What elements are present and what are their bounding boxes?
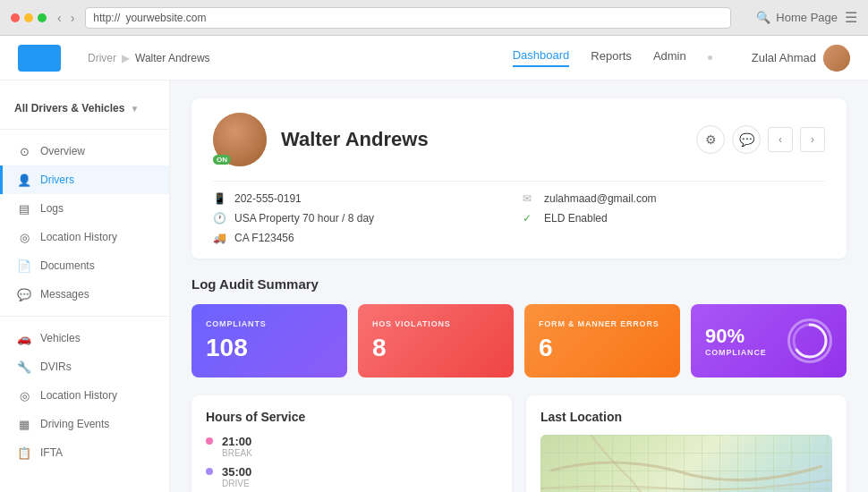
main-content: ON Walter Andrews ⚙ 💬 ‹ › 📱 202-555-0191… <box>170 81 868 492</box>
check-icon: ✓ <box>523 212 537 225</box>
tab-dashboard[interactable]: Dashboard <box>513 48 570 67</box>
sidebar-item-ifta[interactable]: 📋 IFTA <box>0 438 169 467</box>
sidebar-item-label: Messages <box>40 288 89 301</box>
tab-reports[interactable]: Reports <box>591 49 632 66</box>
sidebar-item-overview[interactable]: ⊙ Overview <box>0 137 169 165</box>
sidebar-item-label: Vehicles <box>40 332 81 344</box>
stat-label-hos: HOS VIOLATIONS <box>372 319 499 328</box>
prev-button[interactable]: ‹ <box>768 127 793 152</box>
sidebar: All Drivers & Vehicles ▼ ⊙ Overview 👤 Dr… <box>0 81 170 492</box>
driver-property-row: 🕐 USA Property 70 hour / 8 day <box>213 212 515 225</box>
vehicles-icon: 🚗 <box>17 331 31 345</box>
hos-time-drive: 35:00 <box>222 465 251 479</box>
sidebar-item-location-history[interactable]: ◎ Location History <box>0 223 169 251</box>
stat-value-form: 6 <box>539 334 666 362</box>
driver-phone-row: 📱 202-555-0191 <box>213 192 515 205</box>
page-title-bar: 🔍 Home Page <box>756 11 838 24</box>
sidebar-item-messages[interactable]: 💬 Messages <box>0 280 169 309</box>
location-history-v-icon: ◎ <box>17 388 31 403</box>
sidebar-item-logs[interactable]: ▤ Logs <box>0 194 169 223</box>
sidebar-item-label: Driving Events <box>40 418 109 430</box>
stat-value-pct: 90% <box>705 325 767 348</box>
traffic-light-yellow[interactable] <box>24 13 33 22</box>
browser-menu-icon[interactable]: ☰ <box>845 9 857 26</box>
driver-avatar-wrap: ON <box>213 113 267 166</box>
phone-icon: 📱 <box>213 192 227 205</box>
stat-value-hos: 8 <box>372 334 499 362</box>
tab-admin[interactable]: Admin <box>653 49 686 66</box>
nav-arrows: ‹ › <box>54 9 78 27</box>
hos-panel: Hours of Service 21:00 BREAK 35:00 DR <box>191 395 512 492</box>
stat-card-compliance: 90% COMPLIANCE <box>691 304 847 377</box>
location-panel-title: Last Location <box>540 410 832 424</box>
driving-events-icon: ▦ <box>17 417 31 431</box>
header-dot <box>708 55 712 60</box>
sidebar-item-location-history-v[interactable]: ◎ Location History <box>0 381 169 410</box>
sidebar-item-dvirs[interactable]: 🔧 DVIRs <box>0 352 169 381</box>
location-panel: Last Location <box>526 395 847 492</box>
breadcrumb-current: Walter Andrews <box>135 52 210 64</box>
driver-eld-row: ✓ ELD Enabled <box>523 212 825 225</box>
sidebar-item-label: Drivers <box>40 174 74 186</box>
user-info: Zulal Ahmad <box>752 45 850 72</box>
driver-email: zulahmaad@gmail.com <box>544 192 657 205</box>
breadcrumb: Driver ▶ Walter Andrews <box>88 52 210 64</box>
location-history-icon: ◎ <box>17 230 31 244</box>
driver-eld: ELD Enabled <box>544 212 608 225</box>
stat-card-hos: HOS VIOLATIONS 8 <box>358 304 514 377</box>
email-icon: ✉ <box>523 192 537 205</box>
sidebar-item-label: Location History <box>40 389 117 402</box>
traffic-lights <box>11 13 47 22</box>
browser-page-title: Home Page <box>776 11 838 24</box>
driver-actions: ⚙ 💬 ‹ › <box>696 125 825 154</box>
sidebar-item-label: Location History <box>40 231 117 243</box>
hos-item-drive: 35:00 DRIVE <box>206 465 498 488</box>
truck-icon: 🚚 <box>213 232 227 244</box>
sidebar-item-label: Documents <box>40 259 95 272</box>
traffic-light-red[interactable] <box>11 13 20 22</box>
search-icon: 🔍 <box>756 11 770 24</box>
traffic-light-green[interactable] <box>38 13 47 22</box>
hos-dot-drive <box>206 468 213 475</box>
hos-dot-break <box>206 437 213 445</box>
audit-section-title: Log Audit Summary <box>191 276 847 292</box>
settings-button[interactable]: ⚙ <box>696 125 725 154</box>
sidebar-item-drivers[interactable]: 👤 Drivers <box>0 165 169 194</box>
app-header: Driver ▶ Walter Andrews Dashboard Report… <box>0 36 868 81</box>
url-text: yourwebsite.com <box>125 12 206 24</box>
hos-items: 21:00 BREAK 35:00 DRIVE <box>206 435 498 488</box>
hos-type-drive: DRIVE <box>222 479 251 488</box>
driver-phone: 202-555-0191 <box>234 192 302 205</box>
driver-license-row: 🚚 CA F123456 <box>213 232 515 244</box>
overview-icon: ⊙ <box>17 144 31 158</box>
driver-name: Walter Andrews <box>281 128 682 151</box>
documents-icon: 📄 <box>17 259 31 273</box>
stats-row: COMPLIANTS 108 HOS VIOLATIONS 8 FORM & M… <box>191 304 847 377</box>
sidebar-item-vehicles[interactable]: 🚗 Vehicles <box>0 324 169 352</box>
sidebar-dropdown[interactable]: All Drivers & Vehicles ▼ <box>0 95 169 122</box>
sidebar-item-driving-events[interactable]: ▦ Driving Events <box>0 410 169 438</box>
app-body: All Drivers & Vehicles ▼ ⊙ Overview 👤 Dr… <box>0 81 868 492</box>
map-placeholder <box>540 435 832 492</box>
online-badge: ON <box>213 155 231 165</box>
stat-value-compliants: 108 <box>206 334 333 362</box>
breadcrumb-root[interactable]: Driver <box>88 52 116 64</box>
stat-label-form: FORM & MANNER ERRORS <box>539 319 666 328</box>
ifta-icon: 📋 <box>17 445 31 460</box>
hos-item-break: 21:00 BREAK <box>206 435 498 458</box>
next-button[interactable]: › <box>800 127 825 152</box>
clock-icon: 🕐 <box>213 212 227 225</box>
sidebar-item-label: IFTA <box>40 446 63 459</box>
chat-button[interactable]: 💬 <box>732 125 761 154</box>
address-bar[interactable]: http:// yourwebsite.com <box>85 7 731 29</box>
sidebar-item-documents[interactable]: 📄 Documents <box>0 251 169 280</box>
logo <box>18 45 61 72</box>
avatar[interactable] <box>823 45 850 72</box>
logs-icon: ▤ <box>17 201 31 216</box>
back-button[interactable]: ‹ <box>54 9 65 27</box>
sidebar-item-label: Logs <box>40 202 64 215</box>
driver-info-rows: 📱 202-555-0191 ✉ zulahmaad@gmail.com 🕐 U… <box>213 192 825 244</box>
header-nav: Dashboard Reports Admin Zulal Ahmad <box>513 45 850 72</box>
forward-button[interactable]: › <box>67 9 79 27</box>
sidebar-item-label: DVIRs <box>40 361 72 373</box>
